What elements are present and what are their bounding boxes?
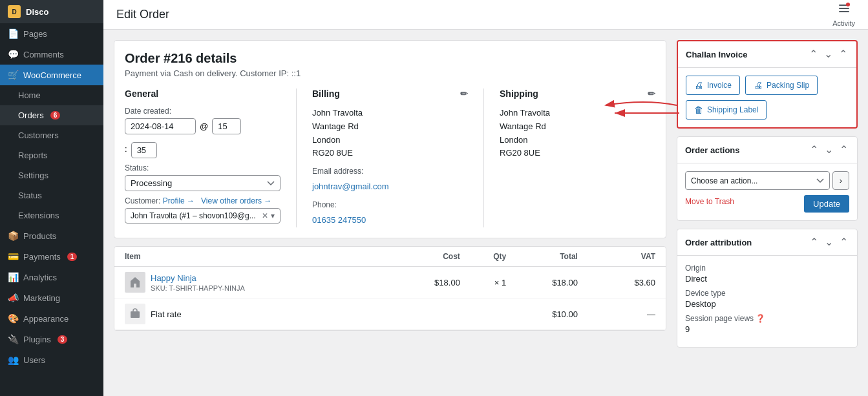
move-to-trash-link[interactable]: Move to Trash: [685, 197, 734, 206]
challan-collapse-up-btn[interactable]: ⌃: [808, 48, 819, 61]
profile-link[interactable]: Profile →: [163, 196, 195, 205]
woocommerce-icon: 🛒: [8, 70, 18, 80]
minutes-input[interactable]: [131, 142, 157, 158]
device-type-value: Desktop: [685, 299, 849, 309]
packing-slip-label: Packing Slip: [767, 81, 809, 90]
action-select[interactable]: Choose an action...: [685, 171, 830, 190]
date-input[interactable]: [125, 118, 196, 134]
action-select-wrap: Choose an action... ›: [685, 171, 849, 190]
invoice-button[interactable]: 🖨 Invoice: [686, 76, 740, 95]
shipping-label-label: Shipping Label: [707, 105, 758, 114]
sidebar-logo-label: Disco: [26, 7, 48, 17]
order-actions-body: Choose an action... › Move to Trash Upda…: [677, 163, 857, 220]
session-views-help-icon[interactable]: ❓: [756, 314, 765, 323]
activity-button[interactable]: Activity: [832, 2, 855, 27]
shipping-address1: Wantage Rd: [500, 120, 655, 134]
sidebar-item-plugins[interactable]: 🔌 Plugins 3: [0, 329, 103, 349]
sidebar-item-customers[interactable]: Customers: [0, 125, 103, 145]
item-vat: $3.60: [583, 267, 666, 298]
sidebar-item-extensions[interactable]: Extensions: [0, 205, 103, 225]
sidebar-logo[interactable]: D Disco: [0, 0, 103, 23]
actions-footer: Move to Trash Update: [685, 195, 849, 213]
attribution-collapse-up-btn[interactable]: ⌃: [809, 236, 820, 249]
origin-label: Origin: [685, 264, 849, 273]
sidebar-item-label: Extensions: [18, 211, 59, 220]
sidebar-item-label: Payments: [23, 252, 61, 262]
sidebar-item-woocommerce[interactable]: 🛒 WooCommerce: [0, 65, 103, 85]
shipping-edit-icon[interactable]: ✏: [648, 89, 655, 99]
session-views-field: Session page views ❓ 9: [685, 314, 849, 334]
sidebar-item-home[interactable]: Home: [0, 85, 103, 105]
svg-point-3: [846, 3, 850, 6]
billing-edit-icon[interactable]: ✏: [460, 89, 468, 99]
sidebar-item-pages[interactable]: 📄 Pages: [0, 23, 103, 44]
challan-header: Challan Invoice ⌃ ⌄ ⌃: [678, 41, 856, 68]
sidebar-item-label: Reports: [18, 151, 48, 160]
analytics-icon: 📊: [8, 272, 18, 282]
customer-select[interactable]: John Travolta (#1 – shovon109@g... ✕ ▾: [125, 208, 281, 224]
general-section: General Date created: @ : Status:: [125, 89, 281, 227]
col-cost: Cost: [394, 247, 465, 267]
general-section-title: General: [125, 89, 281, 99]
status-select[interactable]: Pending payment Processing On hold Compl…: [125, 175, 281, 191]
sidebar-item-products[interactable]: 📦 Products: [0, 225, 103, 246]
update-button[interactable]: Update: [804, 195, 849, 213]
device-type-field: Device type Desktop: [685, 289, 849, 309]
actions-collapse-down-btn[interactable]: ⌄: [823, 143, 834, 156]
sidebar-item-reports[interactable]: Reports: [0, 145, 103, 165]
shipping-label-button[interactable]: 🗑 Shipping Label: [686, 100, 767, 120]
colon-symbol: :: [125, 144, 127, 154]
invoice-icon: 🖨: [694, 80, 703, 90]
item-cell: Flat rate: [125, 304, 383, 324]
sidebar-item-label: Orders: [18, 110, 44, 120]
main-panel: Order #216 details Payment via Cash on d…: [114, 40, 666, 386]
section-divider-1: [296, 89, 297, 227]
date-row: @: [125, 118, 281, 134]
table-row: Flat rate $10.00 —: [114, 298, 666, 330]
time-input[interactable]: [212, 118, 241, 134]
sidebar-item-status[interactable]: Status: [0, 185, 103, 205]
item-cell: Happy Ninja SKU: T-SHIRT-HAPPY-NINJA: [125, 272, 383, 293]
items-table: Item Cost Qty Total VAT: [114, 247, 666, 330]
sidebar-item-label: Plugins: [23, 335, 51, 344]
sidebar-item-label: Status: [18, 191, 42, 200]
topbar: Edit Order Activity: [103, 0, 868, 30]
sidebar-item-users[interactable]: 👥 Users: [0, 349, 103, 370]
item-name[interactable]: Happy Ninja: [151, 273, 196, 283]
sidebar-item-analytics[interactable]: 📊 Analytics: [0, 267, 103, 287]
item-cost-flat: [394, 298, 465, 330]
action-go-button[interactable]: ›: [832, 171, 849, 190]
order-actions-box: Order actions ⌃ ⌄ ⌃ Choose an action... …: [677, 136, 858, 221]
content-area: Order #216 details Payment via Cash on d…: [103, 30, 868, 396]
attribution-collapse-down-btn[interactable]: ⌄: [823, 236, 834, 249]
actions-maximize-btn[interactable]: ⌃: [838, 143, 849, 156]
sidebar-item-label: Pages: [23, 29, 47, 39]
sidebar-item-orders[interactable]: Orders 6: [0, 105, 103, 125]
invoice-label: Invoice: [707, 81, 732, 90]
actions-collapse-up-btn[interactable]: ⌃: [809, 143, 820, 156]
device-type-label: Device type: [685, 289, 849, 298]
sidebar-item-appearance[interactable]: 🎨 Appearance: [0, 308, 103, 329]
challan-collapse-down-btn[interactable]: ⌄: [823, 48, 834, 61]
sidebar-item-marketing[interactable]: 📣 Marketing: [0, 287, 103, 308]
customer-chevron-icon: ▾: [271, 211, 275, 220]
attribution-maximize-btn[interactable]: ⌃: [838, 236, 849, 249]
order-actions-title: Order actions: [685, 145, 740, 155]
view-other-orders-link[interactable]: View other orders →: [201, 196, 271, 205]
order-details-card: Order #216 details Payment via Cash on d…: [114, 40, 666, 238]
customer-clear-icon[interactable]: ✕: [262, 211, 268, 220]
billing-info: John Travolta Wantage Rd London RG20 8UE…: [312, 107, 468, 227]
sidebar-item-comments[interactable]: 💬 Comments: [0, 44, 103, 65]
col-item: Item: [114, 247, 394, 267]
order-actions-header: Order actions ⌃ ⌄ ⌃: [677, 137, 857, 163]
sidebar-item-settings[interactable]: Settings: [0, 165, 103, 185]
challan-title: Challan Invoice: [686, 50, 747, 59]
sidebar-item-label: Products: [23, 231, 56, 241]
challan-maximize-btn[interactable]: ⌃: [838, 48, 849, 61]
item-thumbnail: [125, 272, 145, 293]
plugins-icon: 🔌: [8, 334, 18, 344]
billing-email[interactable]: johntrav@gmail.com: [312, 182, 389, 191]
billing-phone[interactable]: 01635 247550: [312, 215, 366, 225]
packing-slip-button[interactable]: 🖨 Packing Slip: [745, 76, 818, 95]
sidebar-item-payments[interactable]: 💳 Payments 1: [0, 246, 103, 267]
